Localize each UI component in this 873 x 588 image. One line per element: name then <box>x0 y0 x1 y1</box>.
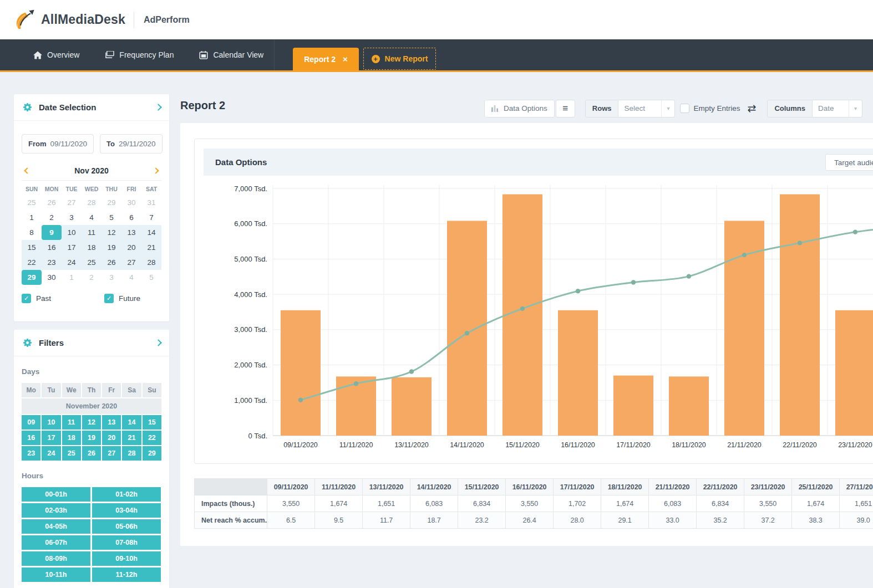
calendar-day[interactable]: 26 <box>101 255 121 270</box>
tab-report-2[interactable]: Report 2 × <box>293 48 359 70</box>
calendar-day[interactable]: 9 <box>42 225 62 240</box>
calendar-day[interactable]: 3 <box>62 210 82 225</box>
calendar-day[interactable]: 15 <box>22 240 42 255</box>
hour-filter-button[interactable]: 11-12h <box>92 567 161 582</box>
calendar-day[interactable]: 7 <box>141 210 161 225</box>
calendar-day[interactable]: 14 <box>141 225 161 240</box>
hour-filter-button[interactable]: 09-10h <box>92 551 161 566</box>
day-filter-cell[interactable]: 09 <box>22 415 40 430</box>
future-checkbox[interactable]: ✓ Future <box>104 294 140 303</box>
svg-text:6,000 Tsd.: 6,000 Tsd. <box>234 219 267 228</box>
bar-0 <box>281 310 321 436</box>
chevron-right-icon[interactable] <box>155 339 162 346</box>
day-filter-cell[interactable]: 20 <box>102 431 121 445</box>
hour-filter-button[interactable]: 07-08h <box>92 535 161 550</box>
past-checkbox[interactable]: ✓ Past <box>22 294 51 303</box>
calendar-day[interactable]: 13 <box>121 225 141 240</box>
day-filter-cell[interactable]: 15 <box>143 415 161 430</box>
day-filter-cell[interactable]: 18 <box>62 431 81 445</box>
calendar-day[interactable]: 25 <box>82 255 101 270</box>
date-to-input[interactable]: To 29/11/2020 <box>100 134 163 154</box>
day-filter-cell[interactable]: 19 <box>82 431 101 445</box>
calendar-day[interactable]: 4 <box>121 270 141 285</box>
day-filter-cell[interactable]: 21 <box>122 431 141 445</box>
calendar-day[interactable]: 19 <box>101 240 121 255</box>
calendar-day[interactable]: 12 <box>101 225 121 240</box>
date-from-input[interactable]: From 09/11/2020 <box>22 134 94 154</box>
day-filter-cell[interactable]: 12 <box>82 415 101 430</box>
close-icon[interactable]: × <box>343 55 348 63</box>
day-filter-cell[interactable]: 23 <box>22 446 40 461</box>
calendar-day[interactable]: 16 <box>42 240 62 255</box>
hour-filter-button[interactable]: 01-02h <box>92 487 161 502</box>
calendar-day[interactable]: 17 <box>62 240 82 255</box>
hour-filter-button[interactable]: 04-05h <box>22 519 90 534</box>
calendar-day[interactable]: 25 <box>22 195 42 210</box>
hour-filter-button[interactable]: 06-07h <box>22 535 90 550</box>
calendar-day[interactable]: 26 <box>42 195 62 210</box>
calendar-day[interactable]: 4 <box>82 210 101 225</box>
calendar-day[interactable]: 1 <box>62 270 82 285</box>
hour-filter-button[interactable]: 10-11h <box>22 567 90 582</box>
calendar-day[interactable]: 31 <box>141 195 161 210</box>
new-report-button[interactable]: + New Report <box>363 48 436 70</box>
nav-item-frequency-plan[interactable]: Frequency Plan <box>105 50 174 59</box>
hour-filter-button[interactable]: 05-06h <box>92 519 161 534</box>
calendar-next-icon[interactable] <box>153 167 159 173</box>
day-filter-cell[interactable]: 16 <box>22 431 40 445</box>
swap-rows-columns-icon[interactable]: ⇄ <box>748 102 757 115</box>
hour-filter-button[interactable]: 03-04h <box>92 503 161 518</box>
bar-chart-icon <box>491 105 499 112</box>
hour-filter-button[interactable]: 02-03h <box>22 503 90 518</box>
calendar-day[interactable]: 28 <box>141 255 161 270</box>
hour-filter-button[interactable]: 08-09h <box>22 551 90 566</box>
empty-entries-checkbox[interactable]: Empty Entries <box>680 104 740 113</box>
day-filter-cell[interactable]: 14 <box>122 415 141 430</box>
calendar-day[interactable]: 29 <box>101 195 121 210</box>
calendar-day[interactable]: 28 <box>82 195 101 210</box>
day-filter-cell[interactable]: 27 <box>102 446 121 461</box>
calendar-day[interactable]: 30 <box>42 270 62 285</box>
calendar-day[interactable]: 21 <box>141 240 161 255</box>
calendar-day[interactable]: 6 <box>121 210 141 225</box>
calendar-day[interactable]: 24 <box>62 255 82 270</box>
menu-button[interactable]: ≡ <box>556 100 575 117</box>
calendar-day[interactable]: 2 <box>42 210 62 225</box>
calendar-day[interactable]: 27 <box>121 255 141 270</box>
calendar-day[interactable]: 22 <box>22 255 42 270</box>
target-audience-button[interactable]: Target audience <box>825 154 873 171</box>
day-filter-cell[interactable]: 24 <box>42 446 60 461</box>
calendar-day[interactable]: 1 <box>22 210 42 225</box>
calendar-day[interactable]: 8 <box>22 225 42 240</box>
nav-item-calendar-view[interactable]: Calendar View <box>199 50 263 59</box>
days-row: 16171819202122 <box>22 431 161 445</box>
calendar-day[interactable]: 5 <box>141 270 161 285</box>
calendar-day[interactable]: 10 <box>62 225 82 240</box>
calendar-day[interactable]: 5 <box>101 210 121 225</box>
data-options-button[interactable]: Data Options <box>484 100 555 117</box>
calendar-day[interactable]: 30 <box>121 195 141 210</box>
hour-filter-button[interactable]: 00-01h <box>22 487 90 502</box>
calendar-day[interactable]: 27 <box>62 195 82 210</box>
day-filter-cell[interactable]: 10 <box>42 415 60 430</box>
day-filter-cell[interactable]: 11 <box>62 415 81 430</box>
chevron-right-icon[interactable] <box>155 104 162 111</box>
rows-select[interactable]: Select ▾ <box>618 100 675 117</box>
calendar-day[interactable]: 23 <box>42 255 62 270</box>
calendar-day[interactable]: 11 <box>82 225 101 240</box>
calendar-day[interactable]: 18 <box>82 240 101 255</box>
calendar-day[interactable]: 3 <box>101 270 121 285</box>
calendar-day[interactable]: 29 <box>22 270 42 285</box>
columns-select[interactable]: Date ▾ <box>813 100 862 117</box>
nav-item-overview[interactable]: Overview <box>33 50 79 59</box>
day-filter-cell[interactable]: 25 <box>62 446 81 461</box>
day-filter-cell[interactable]: 28 <box>122 446 141 461</box>
day-filter-cell[interactable]: 26 <box>82 446 101 461</box>
calendar-day[interactable]: 2 <box>82 270 101 285</box>
bar-2 <box>392 377 432 436</box>
day-filter-cell[interactable]: 29 <box>143 446 161 461</box>
calendar-day[interactable]: 20 <box>121 240 141 255</box>
day-filter-cell[interactable]: 17 <box>42 431 60 445</box>
day-filter-cell[interactable]: 13 <box>102 415 121 430</box>
day-filter-cell[interactable]: 22 <box>143 431 161 445</box>
